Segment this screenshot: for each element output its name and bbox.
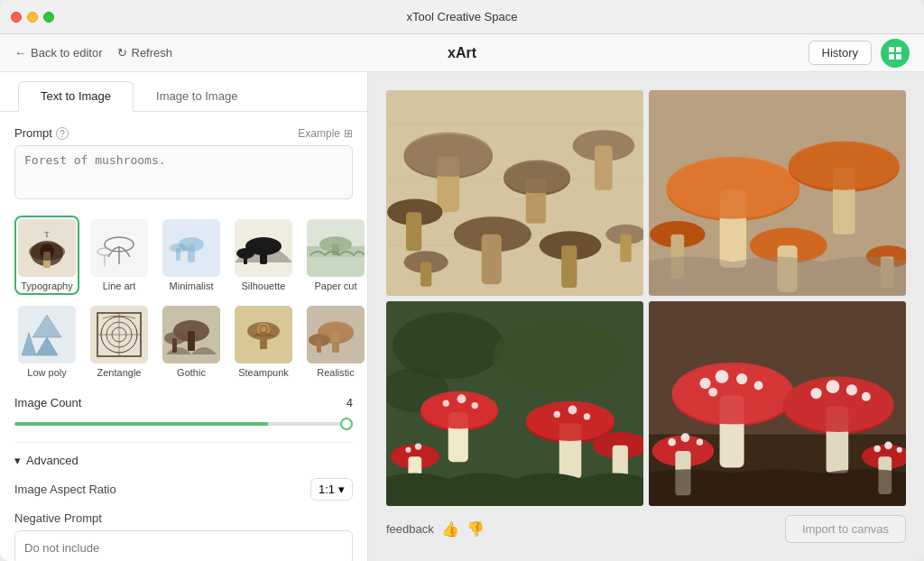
page-title: xArt (448, 45, 476, 61)
import-to-canvas-button[interactable]: Import to canvas (785, 515, 906, 543)
image-grid (386, 90, 906, 506)
back-to-editor-label: Back to editor (31, 46, 103, 60)
aspect-ratio-value: 1:1 (319, 483, 335, 496)
svg-rect-26 (307, 255, 365, 277)
titlebar: xTool Creative Space (0, 0, 924, 34)
svg-rect-43 (188, 331, 195, 351)
style-item-zentangle[interactable]: Zentangle (87, 302, 152, 382)
svg-rect-65 (406, 212, 421, 251)
advanced-label: Advanced (26, 454, 79, 467)
svg-point-60 (404, 133, 493, 177)
thumbs-up-icon[interactable]: 👍 (441, 520, 459, 538)
svg-rect-56 (317, 340, 321, 353)
style-item-gothic[interactable]: Gothic (159, 302, 224, 382)
style-item-silhouette[interactable]: Silhouette (231, 216, 296, 295)
history-button[interactable]: History (808, 41, 872, 65)
minimize-button[interactable] (27, 12, 38, 23)
style-thumb-silhouette (235, 219, 292, 277)
thumbs-down-icon[interactable]: 👎 (467, 520, 485, 538)
nav-left: ← Back to editor ↻ Refresh (14, 46, 172, 60)
image-count-slider[interactable] (14, 422, 353, 426)
example-label: Example (298, 127, 340, 140)
style-item-lowpoly[interactable]: Low poly (14, 302, 79, 382)
style-item-papercut[interactable]: Paper cut (303, 216, 368, 295)
svg-point-107 (584, 413, 590, 419)
svg-point-119 (699, 377, 710, 388)
image-count-row: Image Count 4 (14, 396, 353, 409)
advanced-section: ▾ Advanced Image Aspect Ratio 1:1 ▾ Neg (14, 442, 353, 561)
tab-image-to-image[interactable]: Image to Image (134, 81, 260, 111)
style-item-realistic[interactable]: Realistic (303, 302, 368, 382)
style-item-steampunk[interactable]: Steampunk (231, 302, 296, 382)
style-thumb-steampunk (235, 306, 292, 363)
svg-point-63 (504, 160, 570, 193)
advanced-content: Image Aspect Ratio 1:1 ▾ Negative Prompt… (14, 478, 353, 561)
panel-body: Prompt ? Example ⊞ (0, 112, 367, 561)
example-link[interactable]: Example ⊞ (298, 127, 353, 140)
maximize-button[interactable] (43, 12, 54, 23)
back-arrow-icon: ← (14, 46, 26, 60)
svg-point-138 (873, 445, 880, 451)
prompt-info-icon[interactable]: ? (56, 127, 69, 140)
svg-point-123 (708, 387, 717, 396)
style-thumb-zentangle (90, 306, 148, 363)
svg-rect-2 (889, 54, 894, 60)
style-item-lineart[interactable]: Line art (87, 216, 152, 295)
aspect-ratio-select[interactable]: 1:1 ▾ (310, 478, 353, 501)
feedback-row: feedback 👍 👎 (386, 520, 485, 538)
svg-point-139 (884, 441, 892, 449)
main-content: Text to Image Image to Image Prompt ? Ex… (0, 72, 924, 561)
style-item-typography[interactable]: T Typography (14, 216, 79, 295)
tab-text-to-image-label: Text to Image (41, 89, 111, 103)
prompt-input[interactable] (14, 145, 353, 199)
style-item-minimalist[interactable]: Minimalist (159, 216, 224, 295)
neg-prompt-label: Negative Prompt (14, 511, 353, 525)
svg-rect-1 (896, 47, 901, 52)
svg-point-101 (472, 401, 478, 408)
svg-rect-17 (188, 244, 195, 262)
style-label-typography: Typography (21, 280, 72, 291)
tab-bar: Text to Image Image to Image (0, 72, 367, 112)
svg-point-127 (810, 387, 821, 398)
style-label-gothic: Gothic (177, 367, 206, 378)
svg-point-120 (716, 370, 729, 383)
back-to-editor-button[interactable]: ← Back to editor (14, 46, 103, 60)
svg-text:T: T (45, 231, 50, 239)
style-thumb-papercut (307, 219, 365, 277)
window-title: xTool Creative Space (407, 10, 518, 23)
aspect-ratio-row: Image Aspect Ratio 1:1 ▾ (14, 478, 353, 501)
image-count-label: Image Count (14, 396, 81, 409)
style-label-lineart: Line art (103, 280, 136, 291)
generated-image-1[interactable] (386, 90, 643, 296)
svg-point-129 (846, 384, 857, 395)
svg-rect-3 (896, 54, 901, 60)
advanced-toggle[interactable]: ▾ Advanced (14, 454, 353, 467)
svg-point-99 (443, 400, 449, 406)
feedback-label: feedback (386, 522, 434, 536)
svg-rect-0 (889, 47, 894, 52)
generated-image-4[interactable] (649, 301, 906, 507)
tab-text-to-image[interactable]: Text to Image (18, 81, 134, 112)
style-thumb-minimalist (162, 219, 220, 277)
generated-image-2[interactable] (649, 90, 906, 296)
svg-point-105 (554, 410, 560, 417)
svg-point-50 (261, 326, 266, 332)
svg-rect-19 (176, 248, 180, 261)
avatar-icon (886, 44, 904, 62)
prompt-row: Prompt ? Example ⊞ (14, 126, 353, 140)
style-label-zentangle: Zentangle (97, 367, 142, 378)
refresh-button[interactable]: ↻ Refresh (117, 46, 173, 60)
right-panel: feedback 👍 👎 Import to canvas (368, 72, 924, 561)
generated-image-3[interactable] (386, 301, 643, 507)
svg-rect-71 (561, 245, 577, 288)
neg-prompt-input[interactable] (14, 530, 353, 561)
style-label-papercut: Paper cut (314, 280, 356, 291)
aspect-ratio-label: Image Aspect Ratio (14, 483, 116, 496)
close-button[interactable] (11, 12, 22, 23)
svg-point-94 (493, 317, 626, 395)
style-thumb-lineart (90, 219, 148, 277)
svg-point-140 (897, 446, 902, 452)
svg-rect-69 (482, 235, 502, 284)
avatar[interactable] (881, 39, 910, 68)
style-label-steampunk: Steampunk (238, 367, 289, 378)
